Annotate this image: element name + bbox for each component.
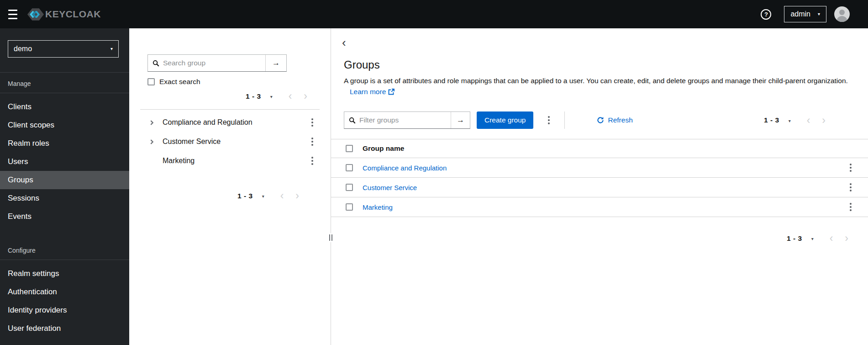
pagination-range: 1 - 3 <box>764 116 779 124</box>
row-checkbox[interactable] <box>346 164 353 171</box>
row-checkbox[interactable] <box>346 184 353 191</box>
toolbar-kebab-menu-icon[interactable] <box>544 113 553 127</box>
refresh-label: Refresh <box>608 116 632 124</box>
tree-divider <box>140 109 320 110</box>
row-checkbox[interactable] <box>346 203 353 211</box>
page-header: Groups A group is a set of attributes an… <box>331 48 868 97</box>
expand-chevron-icon[interactable] <box>149 139 155 144</box>
pagination-next-button[interactable]: › <box>839 233 854 244</box>
pagination-options-toggle[interactable]: ▾ <box>786 115 794 126</box>
sidebar-item-sessions[interactable]: Sessions <box>0 189 129 207</box>
chevron-left-icon: ‹ <box>830 232 833 244</box>
pagination-prev-button[interactable]: ‹ <box>283 91 298 101</box>
user-menu-label: admin <box>790 10 810 18</box>
row-kebab-menu-icon[interactable] <box>846 200 855 214</box>
learn-more-label: Learn more <box>350 86 386 97</box>
groups-tree: Compliance and Regulation Customer Servi… <box>129 113 331 170</box>
row-kebab-menu-icon[interactable] <box>846 180 855 194</box>
chevron-down-icon: ▾ <box>811 236 814 241</box>
keycloak-logo-icon <box>27 8 44 21</box>
exact-search-label: Exact search <box>159 78 200 86</box>
pagination-next-button[interactable]: › <box>289 191 305 201</box>
column-header-group-name: Group name <box>363 144 404 153</box>
chevron-right-icon: › <box>295 190 299 202</box>
group-name-link[interactable]: Compliance and Regulation <box>363 164 447 172</box>
external-link-icon <box>388 89 395 95</box>
pagination-options-toggle[interactable]: ▾ <box>809 233 816 244</box>
pagination-prev-button[interactable]: ‹ <box>274 191 290 201</box>
nav-section-title-configure: Configure <box>0 239 129 260</box>
tree-item-label[interactable]: Customer Service <box>163 138 221 146</box>
select-all-checkbox[interactable] <box>346 145 353 152</box>
chevron-down-icon: ▾ <box>110 47 113 51</box>
group-search: → <box>147 54 287 72</box>
create-group-button[interactable]: Create group <box>477 111 533 129</box>
groups-tree-panel: → Exact search 1 - 3 ▾ ‹ › <box>129 28 331 345</box>
nav-section-title-manage: Manage <box>0 73 129 93</box>
masthead: KEYCLOAK ? admin ▾ <box>0 0 868 28</box>
sidebar-item-realm-settings[interactable]: Realm settings <box>0 265 129 283</box>
chevron-right-icon: › <box>822 114 826 126</box>
user-menu-dropdown[interactable]: admin ▾ <box>784 6 826 22</box>
page-description: A group is a set of attributes and role … <box>344 75 855 97</box>
sidebar-nav: demo ▾ Manage Clients Client scopes Real… <box>0 28 129 345</box>
sidebar-item-clients[interactable]: Clients <box>0 98 129 116</box>
pagination-prev-button[interactable]: ‹ <box>801 115 816 126</box>
search-group-input[interactable] <box>159 55 265 71</box>
filter-groups-input[interactable] <box>356 112 451 128</box>
chevron-down-icon: ▾ <box>789 118 791 123</box>
exact-search-checkbox[interactable] <box>147 78 155 85</box>
app-root: KEYCLOAK ? admin ▾ demo ▾ Manage <box>0 0 868 345</box>
chevron-right-icon: › <box>845 232 848 244</box>
panel-resize-handle[interactable] <box>328 233 333 242</box>
kebab-menu-icon[interactable] <box>308 116 317 129</box>
learn-more-link[interactable]: Learn more <box>350 86 395 97</box>
user-silhouette-icon <box>834 6 850 22</box>
tree-item-label[interactable]: Compliance and Regulation <box>163 118 253 127</box>
group-name-link[interactable]: Customer Service <box>363 184 417 191</box>
table-row: Compliance and Regulation <box>331 158 868 178</box>
pagination-options-toggle[interactable]: ▾ <box>268 91 275 101</box>
kebab-menu-icon[interactable] <box>308 135 317 149</box>
help-glyph: ? <box>764 11 768 18</box>
kebab-menu-icon[interactable] <box>308 154 317 168</box>
groups-table: Group name Compliance and Regulation Cus… <box>331 139 868 217</box>
keycloak-logo: KEYCLOAK <box>27 8 101 21</box>
pagination-options-toggle[interactable]: ▾ <box>259 191 267 201</box>
sidebar-item-groups[interactable]: Groups <box>0 171 129 189</box>
tree-pagination-bottom: 1 - 3 ▾ ‹ › <box>129 191 305 201</box>
tree-item-label[interactable]: Marketing <box>163 157 195 165</box>
nav-toggle-button[interactable] <box>7 10 19 19</box>
refresh-button[interactable]: Refresh <box>597 116 632 124</box>
pagination-prev-button[interactable]: ‹ <box>824 233 839 244</box>
chevron-down-icon: ▾ <box>818 12 820 16</box>
expand-chevron-icon[interactable] <box>149 120 155 125</box>
search-icon <box>148 55 159 71</box>
sidebar-item-client-scopes[interactable]: Client scopes <box>0 116 129 134</box>
filter-submit-button[interactable]: → <box>451 112 470 128</box>
chevron-left-icon: ‹ <box>280 190 284 202</box>
sidebar-item-realm-roles[interactable]: Realm roles <box>0 134 129 153</box>
collapse-panel-chevron-icon[interactable]: ‹ <box>342 37 354 48</box>
filter-groups-search: → <box>344 111 470 129</box>
pagination-next-button[interactable]: › <box>816 115 831 126</box>
table-row: Customer Service <box>331 178 868 197</box>
table-pagination-bottom: 1 - 3 ▾ ‹ › <box>331 233 854 244</box>
help-icon[interactable]: ? <box>761 9 771 20</box>
pagination-next-button[interactable]: › <box>298 91 313 101</box>
sidebar-item-authentication[interactable]: Authentication <box>0 283 129 301</box>
sidebar-item-users[interactable]: Users <box>0 153 129 171</box>
pagination-range: 1 - 3 <box>246 92 261 101</box>
avatar[interactable] <box>834 6 850 22</box>
sidebar-item-events[interactable]: Events <box>0 207 129 226</box>
realm-selector[interactable]: demo ▾ <box>8 40 119 58</box>
row-kebab-menu-icon[interactable] <box>846 161 855 175</box>
group-name-link[interactable]: Marketing <box>363 203 393 211</box>
tree-item: Customer Service <box>129 132 331 151</box>
sidebar-item-user-federation[interactable]: User federation <box>0 319 129 338</box>
sidebar-item-identity-providers[interactable]: Identity providers <box>0 301 129 319</box>
exact-search-row: Exact search <box>147 78 331 86</box>
search-icon <box>344 112 356 128</box>
search-group-submit-button[interactable]: → <box>265 55 286 71</box>
tree-item: Compliance and Regulation <box>129 113 331 132</box>
